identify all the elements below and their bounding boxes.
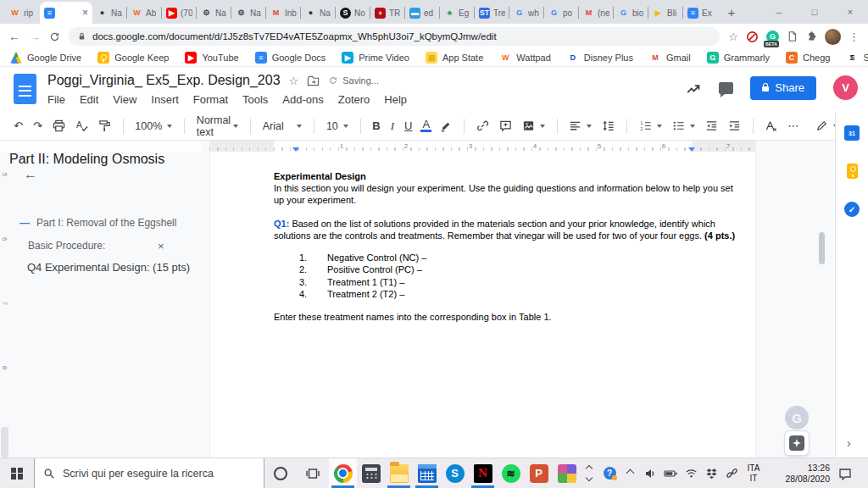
close-outline-icon[interactable]: ← (24, 167, 37, 182)
move-to-folder-icon[interactable] (307, 75, 320, 86)
bookmark-item[interactable]: M Gmail (649, 52, 691, 64)
language-indicator[interactable]: ITAIT (742, 463, 765, 484)
browser-tab[interactable]: W rip (5, 2, 40, 24)
grammarly-floating-badge[interactable]: G (785, 406, 809, 430)
browser-profile-avatar[interactable] (825, 29, 841, 45)
bookmark-item[interactable]: ▶ YouTube (185, 52, 238, 64)
numbered-list-button[interactable]: 1.2. (637, 119, 664, 132)
more-tools-button[interactable]: ⋯ (786, 119, 800, 132)
extensions-puzzle-icon[interactable] (805, 30, 817, 42)
bookmark-item[interactable]: G Grammarly (707, 52, 770, 64)
action-center-icon[interactable] (835, 467, 855, 480)
page-extension-icon[interactable] (787, 30, 798, 42)
taskbar-app[interactable] (385, 458, 413, 488)
adblock-icon[interactable] (746, 30, 759, 43)
bookmarks-overflow-icon[interactable]: » (849, 52, 855, 64)
browser-tab[interactable]: ⚙ Na (197, 2, 231, 24)
browser-tab[interactable]: ▶ (70 (162, 2, 197, 24)
bookmark-item[interactable]: Google Keep (97, 52, 169, 64)
grammarly-extension-icon[interactable]: GBETA (766, 30, 779, 43)
taskbar-app[interactable]: ≋ (497, 458, 525, 488)
tab-close-icon[interactable]: × (82, 7, 88, 19)
paragraph-style-select[interactable]: Normal text (195, 114, 240, 138)
paint-format-button[interactable] (97, 119, 113, 132)
browser-tab[interactable]: ⚙ Na (231, 2, 266, 24)
menu-item[interactable]: File (47, 93, 65, 106)
redo-button[interactable]: ↷ (31, 119, 44, 132)
calendar-icon[interactable]: 31 (844, 125, 860, 141)
keep-icon[interactable] (844, 164, 860, 179)
close-button[interactable]: × (832, 0, 868, 24)
docs-file-icon[interactable] (14, 74, 36, 104)
dropbox-icon[interactable] (701, 467, 721, 480)
bookmark-item[interactable]: ≡ Google Docs (255, 52, 326, 64)
browser-tab[interactable]: M (ne (579, 2, 614, 24)
cortana-button[interactable] (264, 458, 297, 488)
menu-item[interactable]: View (113, 93, 136, 106)
minimize-button[interactable]: – (761, 0, 797, 24)
explore-button[interactable] (784, 430, 810, 456)
browser-tab[interactable]: ● Na (301, 2, 336, 24)
horizontal-ruler[interactable]: 1234567 (201, 141, 835, 152)
bookmark-item[interactable]: C Chegg (786, 52, 830, 64)
text-color-button[interactable]: A (420, 119, 431, 132)
bulleted-list-button[interactable] (670, 119, 697, 132)
reload-icon[interactable] (49, 31, 60, 42)
battery-icon[interactable] (660, 467, 681, 480)
new-tab-button[interactable]: + (721, 2, 742, 22)
print-button[interactable] (51, 119, 67, 132)
link-tray-icon[interactable] (721, 467, 742, 480)
taskbar-app[interactable]: N (469, 458, 497, 488)
browser-tab[interactable]: ♣ Eg (440, 2, 475, 24)
bookmark-item[interactable]: W Wattpad (499, 52, 551, 64)
add-comment-button[interactable] (498, 119, 514, 132)
omnibox[interactable]: docs.google.com/document/d/1J5z8sTv7ED4v… (69, 27, 720, 46)
line-spacing-button[interactable] (600, 119, 616, 132)
show-hidden-icons[interactable] (620, 470, 640, 476)
bookmark-item[interactable]: Google Drive (10, 52, 81, 64)
taskbar-app[interactable] (553, 458, 581, 488)
zoom-select[interactable]: 100% (133, 120, 174, 132)
browser-tab[interactable]: ▶ Bli (648, 2, 683, 24)
font-size-select[interactable]: 10 (325, 120, 350, 132)
undo-button[interactable]: ↶ (12, 119, 25, 132)
browser-tab[interactable]: G bio (614, 2, 648, 24)
chrome-menu-icon[interactable]: ⋮ (849, 30, 860, 43)
menu-item[interactable]: Format (193, 93, 228, 106)
browser-tab[interactable]: W Ab (127, 2, 162, 24)
comments-icon[interactable] (719, 82, 733, 94)
taskbar-overflow-arrows[interactable] (581, 458, 598, 488)
document-scrollbar[interactable] (819, 232, 825, 264)
taskbar-app[interactable]: S (441, 458, 469, 488)
bookmark-star-icon[interactable]: ☆ (728, 30, 738, 43)
menu-item[interactable]: Tools (242, 93, 268, 106)
increase-indent-button[interactable] (726, 119, 743, 132)
start-button[interactable] (0, 458, 34, 488)
hide-side-panel-icon[interactable]: › (847, 436, 851, 450)
taskbar-app[interactable] (357, 458, 385, 488)
user-avatar[interactable]: V (833, 75, 858, 100)
align-button[interactable] (567, 119, 593, 132)
outline-item[interactable]: Q4 Experimental Design: (15 pts) (27, 261, 190, 274)
outline-item-close-icon[interactable]: × (158, 240, 164, 252)
menu-item[interactable]: Insert (151, 93, 179, 106)
menu-item[interactable]: Add-ons (282, 93, 323, 106)
insert-link-button[interactable] (475, 119, 491, 132)
outline-item[interactable]: Basic Procedure: × (28, 240, 105, 252)
taskbar-clock[interactable]: 13:26 28/08/2020 (771, 463, 830, 485)
document-title[interactable]: Poggi_Virginia_ Ex5_Exp. Design_203 (47, 73, 281, 88)
share-button[interactable]: Share (750, 76, 816, 100)
back-icon[interactable]: ← (8, 30, 20, 43)
star-document-icon[interactable]: ☆ (289, 75, 299, 87)
insights-icon[interactable] (685, 80, 702, 96)
highlight-button[interactable] (438, 120, 453, 132)
outline-item[interactable]: Part II: Modeling Osmosis (9, 152, 164, 167)
help-tray-icon[interactable]: ? (599, 467, 620, 480)
menu-item[interactable]: Help (384, 93, 407, 106)
underline-button[interactable]: U (403, 119, 414, 132)
insert-image-button[interactable] (520, 119, 547, 132)
document-page[interactable]: Experimental Design In this section you … (209, 152, 756, 458)
taskbar-app[interactable] (413, 458, 441, 488)
browser-tab[interactable]: ≡ Ex (683, 2, 718, 24)
bold-button[interactable]: B (370, 119, 381, 132)
